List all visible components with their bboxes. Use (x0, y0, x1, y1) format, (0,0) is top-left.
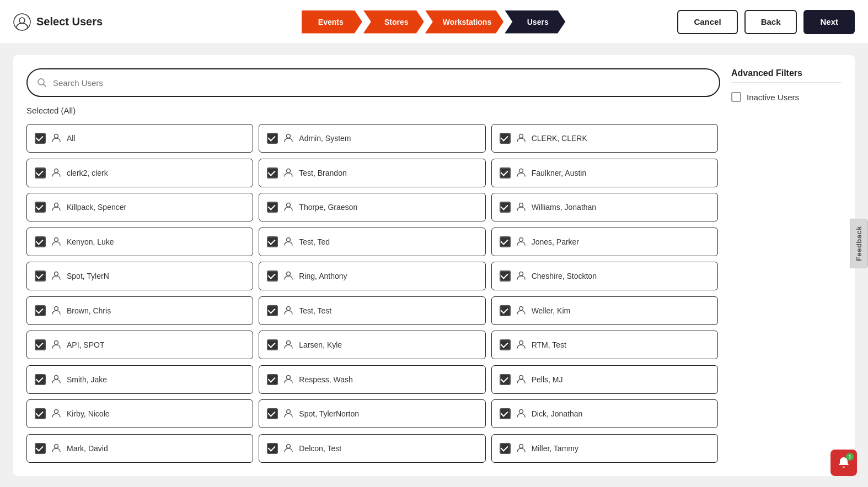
user-item[interactable]: Test, Test (259, 296, 485, 325)
svg-point-29 (519, 410, 523, 414)
step-stores[interactable]: Stores (363, 10, 424, 34)
user-item[interactable]: Test, Ted (259, 228, 485, 256)
user-checkbox[interactable] (500, 408, 511, 419)
notification-button[interactable]: 1 (831, 450, 857, 476)
user-checkbox[interactable] (267, 202, 278, 213)
user-item[interactable]: Weller, Kim (491, 296, 718, 325)
feedback-tab-wrapper[interactable]: Feedback (850, 219, 868, 268)
user-person-icon (51, 339, 61, 351)
user-checkbox[interactable] (35, 443, 46, 454)
step-users[interactable]: Users (505, 10, 565, 34)
user-item[interactable]: Jones, Parker (491, 228, 718, 256)
user-item[interactable]: Thorpe, Graeson (259, 193, 485, 221)
user-checkbox[interactable] (267, 374, 278, 385)
inactive-users-checkbox[interactable] (731, 92, 741, 102)
user-person-icon (51, 305, 61, 317)
svg-point-28 (287, 410, 291, 414)
user-checkbox[interactable] (35, 305, 46, 316)
user-checkbox[interactable] (267, 339, 278, 350)
user-name: Thorpe, Graeson (299, 203, 357, 212)
user-checkbox[interactable] (267, 167, 278, 178)
feedback-tab[interactable]: Feedback (850, 219, 868, 268)
user-name: Faulkner, Austin (532, 169, 587, 177)
user-checkbox[interactable] (500, 374, 511, 385)
user-checkbox[interactable] (35, 339, 46, 350)
user-item[interactable]: Admin, System (259, 124, 485, 153)
svg-point-21 (55, 341, 58, 345)
user-checkbox[interactable] (35, 270, 46, 282)
svg-point-12 (55, 237, 58, 241)
inactive-users-filter[interactable]: Inactive Users (731, 92, 842, 102)
user-item[interactable]: RTM, Test (491, 331, 718, 359)
user-name: API, SPOT (67, 340, 104, 349)
page-title: Select Users (13, 13, 103, 31)
back-button[interactable]: Back (744, 10, 797, 34)
user-item[interactable]: clerk2, clerk (26, 159, 253, 187)
svg-point-26 (519, 375, 523, 379)
step-events[interactable]: Events (302, 10, 362, 34)
user-item[interactable]: Cheshire, Stockton (491, 262, 718, 290)
search-input[interactable] (53, 78, 710, 88)
user-checkbox[interactable] (500, 133, 511, 144)
user-checkbox[interactable] (500, 305, 511, 316)
user-item[interactable]: Kenyon, Luke (26, 228, 253, 256)
user-checkbox[interactable] (500, 339, 511, 350)
user-person-icon (51, 270, 61, 282)
user-checkbox[interactable] (35, 202, 46, 213)
user-name: Ring, Anthony (299, 272, 347, 280)
user-item[interactable]: CLERK, CLERK (491, 124, 718, 153)
user-item[interactable]: Mark, David (26, 434, 253, 463)
user-item[interactable]: Kirby, Nicole (26, 399, 253, 428)
user-checkbox[interactable] (267, 408, 278, 419)
user-checkbox[interactable] (267, 305, 278, 316)
svg-point-32 (519, 444, 523, 448)
user-checkbox[interactable] (267, 236, 278, 247)
user-name: Miller, Tammy (532, 444, 578, 453)
user-person-icon (516, 408, 526, 420)
next-button[interactable]: Next (803, 10, 855, 34)
user-person-icon (51, 408, 61, 420)
user-item[interactable]: Brown, Chris (26, 296, 253, 325)
user-item[interactable]: Delcon, Test (259, 434, 485, 463)
user-item[interactable]: Spot, TylerNorton (259, 399, 485, 428)
user-name: Test, Test (299, 306, 331, 315)
user-checkbox[interactable] (267, 443, 278, 454)
user-item[interactable]: Dick, Jonathan (491, 399, 718, 428)
user-checkbox[interactable] (35, 167, 46, 178)
user-item[interactable]: Respess, Wash (259, 365, 485, 394)
search-bar[interactable] (26, 68, 720, 97)
user-item[interactable]: Spot, TylerN (26, 262, 253, 290)
user-checkbox[interactable] (267, 270, 278, 282)
user-item[interactable]: Miller, Tammy (491, 434, 718, 463)
user-item[interactable]: Faulkner, Austin (491, 159, 718, 187)
user-checkbox[interactable] (500, 167, 511, 178)
user-person-icon (283, 305, 293, 317)
user-item[interactable]: Pells, MJ (491, 365, 718, 394)
user-item[interactable]: Ring, Anthony (259, 262, 485, 290)
svg-point-27 (55, 410, 58, 414)
user-checkbox[interactable] (35, 374, 46, 385)
user-item[interactable]: API, SPOT (26, 331, 253, 359)
user-item[interactable]: Smith, Jake (26, 365, 253, 394)
svg-point-14 (519, 237, 523, 241)
user-item[interactable]: All (26, 124, 253, 153)
user-checkbox[interactable] (500, 202, 511, 213)
svg-point-2 (38, 79, 44, 85)
user-checkbox[interactable] (267, 133, 278, 144)
inactive-users-label: Inactive Users (747, 93, 799, 102)
user-checkbox[interactable] (500, 236, 511, 247)
user-name: Delcon, Test (299, 444, 341, 453)
user-checkbox[interactable] (35, 133, 46, 144)
user-checkbox[interactable] (35, 408, 46, 419)
cancel-button[interactable]: Cancel (677, 10, 737, 34)
user-checkbox[interactable] (500, 270, 511, 282)
user-checkbox[interactable] (35, 236, 46, 247)
step-workstations[interactable]: Workstations (425, 10, 503, 34)
svg-point-25 (287, 375, 291, 379)
user-item[interactable]: Test, Brandon (259, 159, 485, 187)
user-item[interactable]: Killpack, Spencer (26, 193, 253, 221)
user-checkbox[interactable] (500, 443, 511, 454)
user-item[interactable]: Larsen, Kyle (259, 331, 485, 359)
right-panel: Advanced Filters Inactive Users (731, 68, 842, 463)
user-item[interactable]: Williams, Jonathan (491, 193, 718, 221)
